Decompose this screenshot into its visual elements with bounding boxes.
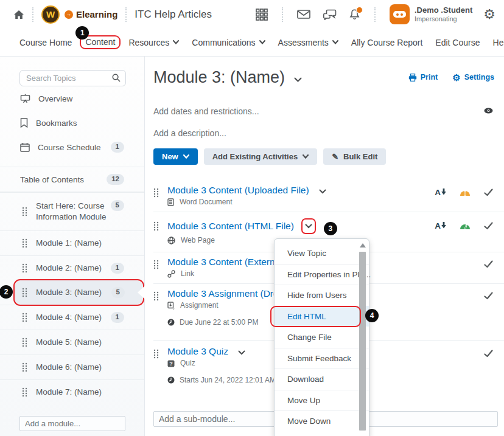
drag-handle-icon[interactable] [22, 238, 27, 248]
ally-alternative-formats-icon[interactable]: A [435, 222, 446, 230]
drag-handle-icon[interactable] [22, 337, 27, 347]
drag-handle-icon[interactable] [22, 263, 27, 273]
topic-actions-chevron-icon[interactable] [319, 189, 326, 194]
topic-type-label: Web Page [181, 236, 215, 245]
drag-handle-icon[interactable] [153, 349, 159, 359]
annotation-step-2: 2 [0, 285, 13, 299]
print-button[interactable]: Print [408, 73, 438, 81]
menu-item-edit-properties[interactable]: Edit Properties in Pla... [275, 264, 369, 285]
drag-handle-icon[interactable] [22, 288, 27, 297]
gear-icon[interactable]: ⚙ [483, 8, 495, 21]
nav-resources[interactable]: Resources [128, 38, 179, 47]
nav-course-home[interactable]: Course Home [19, 38, 72, 47]
completion-check-icon [484, 189, 493, 196]
home-icon[interactable] [13, 10, 24, 19]
app-grid-icon[interactable] [256, 9, 268, 21]
add-existing-activities-button[interactable]: Add Existing Activities [204, 148, 317, 165]
add-description[interactable]: Add a description... [153, 128, 504, 138]
topic-type-label: Link [181, 269, 194, 279]
drag-handle-icon[interactable] [22, 207, 27, 216]
topic-link[interactable]: Module 3 Quiz [167, 346, 228, 357]
sidebar-module-start-here[interactable]: Start Here: Course Information Module 5 [0, 192, 144, 230]
printer-icon [408, 74, 417, 81]
avatar[interactable] [390, 4, 410, 24]
nav-edit-course[interactable]: Edit Course [435, 38, 480, 47]
nav-ally-course-report[interactable]: Ally Course Report [351, 38, 423, 47]
topic-link[interactable]: Module 3 Content (HTML File) [167, 221, 294, 232]
course-title[interactable]: ITC Help Articles [135, 9, 212, 21]
drag-handle-icon[interactable] [153, 221, 159, 231]
sidebar-module-2[interactable]: Module 2: (Name) 1 [0, 255, 144, 280]
sidebar-item-label: Table of Contents [20, 175, 84, 184]
sidebar-item-table-of-contents[interactable]: Table of Contents 12 [0, 167, 144, 192]
menu-item-change-file[interactable]: Change File [275, 327, 369, 348]
menu-item-view-topic[interactable]: View Topic [275, 243, 369, 264]
sidebar-item-label: Course Schedule [38, 143, 101, 152]
mail-icon[interactable] [297, 10, 310, 19]
add-dates-restrictions[interactable]: Add dates and restrictions... [153, 106, 504, 116]
sidebar-item-course-schedule[interactable]: Course Schedule 1 [0, 135, 144, 159]
count-badge: 1 [111, 263, 124, 274]
drag-handle-icon[interactable] [153, 260, 159, 269]
bulk-edit-button[interactable]: ✎ Bulk Edit [323, 148, 386, 165]
sidebar-module-7[interactable]: Module 7: (Name) [0, 379, 144, 404]
scrollbar-thumb[interactable] [359, 252, 366, 431]
drag-handle-icon[interactable] [22, 362, 27, 372]
nav-help[interactable]: Help [493, 38, 504, 47]
search-input[interactable] [19, 70, 126, 86]
bell-icon[interactable] [349, 9, 360, 20]
topic-actions-chevron-icon[interactable] [305, 224, 312, 229]
menu-item-move-down[interactable]: Move Down [275, 410, 369, 432]
sidebar-item-bookmarks[interactable]: Bookmarks [0, 111, 144, 135]
menu-item-download[interactable]: Download [275, 369, 369, 390]
page-title: Module 3: (Name) [153, 67, 285, 88]
count-badge: 5 [111, 200, 124, 211]
sidebar-module-label: Module 7: (Name) [36, 387, 102, 398]
drag-handle-icon[interactable] [153, 291, 159, 301]
menu-scrollbar[interactable] [359, 242, 366, 435]
visibility-eye-icon[interactable] [484, 108, 493, 114]
sidebar-module-label: Module 1: (Name) [36, 238, 102, 249]
avatar-mask-icon [393, 11, 406, 18]
menu-item-hide-from-users[interactable]: Hide from Users [275, 285, 369, 306]
brand-link[interactable]: → Elearning [65, 9, 117, 19]
sidebar-module-5[interactable]: Module 5: (Name) [0, 330, 144, 355]
new-button[interactable]: New [153, 148, 198, 165]
globe-icon [167, 237, 175, 244]
count-badge: 5 [111, 287, 125, 298]
sidebar-module-1[interactable]: Module 1: (Name) [0, 230, 144, 255]
add-module-input[interactable] [19, 416, 125, 431]
sidebar-item-overview[interactable]: Overview [0, 86, 144, 111]
gear-icon: ⚙ [452, 73, 460, 82]
scroll-up-arrow-icon[interactable] [360, 243, 366, 247]
settings-button[interactable]: ⚙ Settings [452, 73, 494, 82]
title-actions-chevron-icon[interactable] [294, 77, 302, 82]
sidebar-module-4[interactable]: Module 4: (Name) 1 [0, 305, 144, 330]
drag-handle-icon[interactable] [153, 188, 159, 198]
menu-item-move-up[interactable]: Move Up [275, 390, 369, 411]
nav-content[interactable]: Content [85, 37, 115, 47]
ally-alternative-formats-icon[interactable]: A [435, 189, 446, 196]
search-icon[interactable] [112, 74, 121, 82]
add-existing-label: Add Existing Activities [212, 152, 298, 161]
nav-communications[interactable]: Communications [192, 38, 265, 47]
sidebar-module-6[interactable]: Module 6: (Name) [0, 355, 144, 379]
document-icon [167, 198, 174, 206]
topic-actions-chevron-icon[interactable] [238, 350, 245, 355]
chat-icon[interactable] [323, 9, 337, 20]
institution-logo[interactable]: W [41, 5, 60, 24]
user-name: .Demo .Student [415, 6, 472, 15]
sidebar-module-3-selected[interactable]: 2 Module 3: (Name) 5 [15, 280, 143, 305]
user-info[interactable]: .Demo .Student Impersonating [415, 6, 472, 23]
drag-handle-icon[interactable] [22, 387, 27, 397]
topic-link[interactable]: Module 3 Content (Uploaded File) [167, 185, 309, 196]
menu-item-label: Edit HTML [287, 312, 326, 321]
ally-score-gauge-orange-icon[interactable] [460, 189, 471, 196]
menu-item-submit-feedback[interactable]: Submit Feedback [275, 348, 369, 369]
drag-handle-icon[interactable] [22, 313, 27, 322]
menu-item-edit-html[interactable]: Edit HTML 4 [275, 306, 369, 327]
calendar-icon [20, 142, 30, 152]
content-sidebar: Overview Bookmarks Course Schedule 1 Tab… [0, 57, 145, 436]
ally-score-gauge-green-icon[interactable] [460, 223, 471, 230]
nav-assessments[interactable]: Assessments [278, 38, 338, 47]
